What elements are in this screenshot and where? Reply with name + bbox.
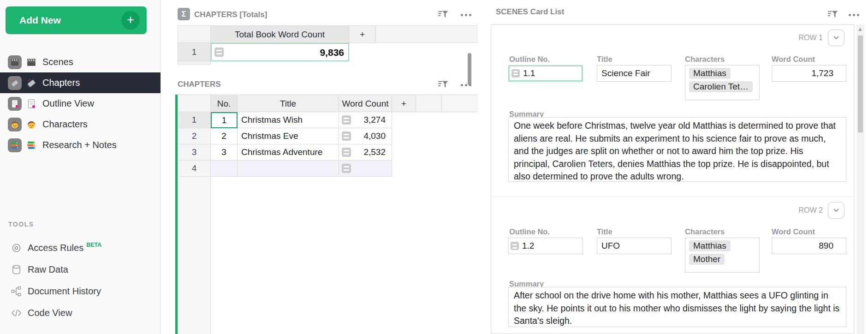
books-icon (26, 140, 36, 150)
collapse-row-button[interactable] (828, 30, 844, 46)
plus-icon[interactable]: + (121, 11, 140, 30)
title-field[interactable]: UFO (597, 238, 672, 254)
word-count-cell[interactable]: 3,274 (339, 112, 392, 128)
header-filler (442, 95, 478, 112)
sidebar-item-research-notes[interactable]: Research + Notes (0, 135, 161, 155)
field-label-word-count: Word Count (772, 55, 815, 64)
no-cell[interactable]: 2 (211, 128, 238, 144)
add-new-button[interactable]: Add New + (6, 6, 147, 34)
column-header-title[interactable]: Title (238, 95, 339, 112)
row-label: ROW 1 (799, 34, 823, 42)
person-icon (26, 119, 36, 130)
no-cell[interactable]: 3 (211, 144, 238, 161)
sidebar-item-chapters[interactable]: Chapters (0, 72, 161, 93)
person-icon (8, 118, 22, 131)
column-header-total-book-word-count[interactable]: Total Book Word Count (211, 25, 349, 43)
totals-scrollbar[interactable] (468, 53, 471, 85)
card-divider (491, 196, 854, 197)
totals-row: 1 9,836 (178, 43, 478, 61)
tool-item-access-rules[interactable]: Access Rules BETA (0, 237, 161, 259)
card-list: ROW 1 Outline No. Title Characters Word … (491, 24, 854, 334)
column-header-word-count[interactable]: Word Count (339, 95, 392, 112)
title-cell[interactable] (238, 161, 339, 177)
field-label-outline-no: Outline No. (509, 227, 550, 236)
row-number[interactable]: 4 (178, 161, 211, 177)
total-word-count-value: 9,836 (224, 43, 348, 61)
tools-nav: Access Rules BETA Raw Data Document Hist… (0, 237, 161, 324)
title-cell[interactable]: Christmas Eve (238, 128, 339, 144)
characters-field[interactable]: Matthias Carolien Tet… (685, 65, 760, 100)
sort-filter-icon[interactable] (827, 9, 838, 19)
code-icon (11, 308, 22, 318)
sidebar-item-label: Characters (42, 119, 88, 130)
word-count-cell[interactable]: 2,532 (339, 144, 392, 161)
more-options-icon[interactable] (849, 14, 859, 16)
totals-header-row: Total Book Word Count + (178, 25, 478, 43)
word-count-field[interactable]: 1,723 (772, 65, 846, 82)
total-word-count-cell[interactable]: 9,836 (211, 43, 349, 61)
character-chip[interactable]: Matthias (689, 240, 731, 251)
tool-item-code-view[interactable]: Code View (0, 302, 161, 324)
chapters-grid: No. Title Word Count + 1 1 Christmas Wis… (178, 95, 478, 334)
sigma-icon: Σ (178, 8, 190, 20)
scroll-up-arrow-icon[interactable] (858, 28, 862, 31)
chevron-down-icon (832, 33, 841, 42)
column-header-no[interactable]: No. (211, 95, 238, 112)
row-number-gutter (178, 177, 211, 334)
summary-field[interactable]: After school on the drive home with his … (508, 287, 846, 327)
character-chip[interactable]: Carolien Tet… (689, 81, 753, 92)
sidebar-item-scenes[interactable]: Scenes (0, 52, 161, 72)
character-chip[interactable]: Matthias (689, 68, 731, 79)
more-options-icon[interactable] (461, 14, 471, 16)
no-cell[interactable] (211, 161, 238, 177)
tool-item-document-history[interactable]: Document History (0, 280, 161, 302)
collapse-row-button[interactable] (828, 202, 844, 219)
new-row: 4 (178, 161, 478, 177)
characters-field[interactable]: Matthias Mother (685, 238, 760, 273)
add-column-button[interactable]: + (392, 95, 416, 112)
chapters-header-row: No. Title Word Count + (178, 95, 478, 112)
sidebar: Add New + Scenes Chapters Outline View C… (0, 0, 161, 334)
more-options-icon[interactable] (461, 84, 471, 86)
scrollbar-thumb[interactable] (858, 36, 863, 132)
row-filler (349, 43, 478, 61)
card-list-scrollbar[interactable] (856, 24, 864, 334)
row-number[interactable]: 1 (178, 112, 211, 128)
row-number[interactable]: 2 (178, 128, 211, 144)
table-row: 3 3 Christmas Adventure 2,532 (178, 144, 478, 161)
outline-no-field[interactable]: 1.2 (508, 238, 583, 254)
add-column-button[interactable]: + (349, 25, 376, 43)
chevron-down-icon (832, 206, 841, 215)
sidebar-item-label: Research + Notes (42, 140, 117, 150)
tag-icon (8, 76, 22, 90)
sidebar-item-label: Scenes (42, 57, 73, 67)
row-number[interactable]: 1 (178, 43, 211, 61)
formula-icon (342, 164, 351, 173)
sort-filter-icon[interactable] (437, 79, 449, 89)
title-cell[interactable]: Christmas Adventure (238, 144, 339, 161)
sort-filter-icon[interactable] (437, 9, 449, 19)
tool-item-raw-data[interactable]: Raw Data (0, 259, 161, 280)
field-label-outline-no: Outline No. (509, 55, 550, 64)
sidebar-item-outline-view[interactable]: Outline View (0, 93, 161, 114)
chapters-section-title: CHAPTERS (178, 80, 221, 89)
card-row-header: ROW 2 (799, 202, 844, 219)
character-chip[interactable]: Mother (689, 254, 725, 265)
page-icon (8, 97, 22, 111)
row-number[interactable]: 3 (178, 144, 211, 161)
word-count-cell[interactable]: 4,030 (339, 128, 392, 144)
totals-grid: Total Book Word Count + 1 9,836 (178, 25, 478, 65)
sidebar-item-characters[interactable]: Characters (0, 114, 161, 135)
title-field[interactable]: Science Fair (597, 65, 672, 82)
summary-field[interactable]: One week before Christmas, twelve year o… (508, 117, 846, 182)
field-label-title: Title (597, 55, 612, 64)
formula-icon (342, 115, 351, 125)
add-new-label: Add New (19, 15, 61, 26)
tool-item-label: Document History (28, 286, 101, 297)
no-cell-selected[interactable]: 1 (211, 112, 238, 128)
word-count-cell[interactable] (339, 161, 392, 177)
word-count-field[interactable]: 890 (772, 238, 846, 254)
outline-no-field[interactable]: 1.1 (508, 65, 583, 82)
title-cell[interactable]: Christmas Wish (238, 112, 339, 128)
table-row: 2 2 Christmas Eve 4,030 (178, 128, 478, 144)
